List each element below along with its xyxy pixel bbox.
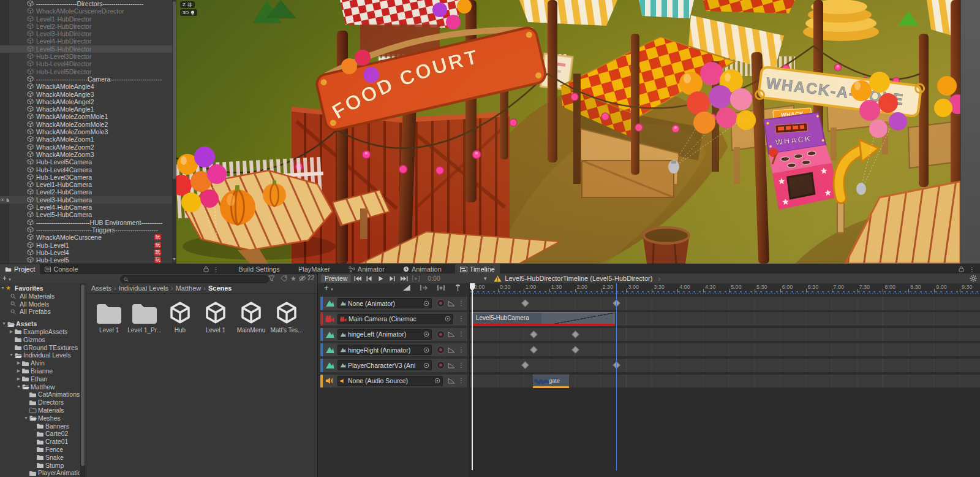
go-to-end-button[interactable] [398,275,410,283]
track-binding-field[interactable]: hingeRight (Animator) [337,345,432,355]
hierarchy-item[interactable]: Hub-Level5Camera [0,158,172,166]
mix-mode-icon[interactable] [402,284,410,291]
scene-gizmo-overlay[interactable]: Z [180,1,195,8]
tree-folder-exampleassets[interactable]: ▶ExampleAssets [0,328,80,336]
asset-scene-mainmenu[interactable]: MainMenu [233,297,269,334]
hierarchy-item[interactable]: Hub-Level5Director [0,68,172,75]
object-picker-icon[interactable] [423,347,429,353]
tree-folder-playeranimations[interactable]: PlayerAnimations [0,469,80,477]
visibility-eye-icon[interactable] [0,198,5,202]
tree-folder-crate01[interactable]: Crate01 [0,438,80,446]
cinemachine-shot-clip[interactable]: Level5-HubCamera [472,312,615,326]
object-picker-icon[interactable] [434,378,440,384]
track-binding-field[interactable]: None (Animator) [337,298,432,308]
tab-playmaker[interactable]: PlayMaker [293,264,335,274]
track-header-animation[interactable]: hingeRight (Animator)⋮ [320,343,467,357]
menu-kebab-icon[interactable]: ⋮ [213,266,219,273]
track-binding-field[interactable]: None (Audio Source) [337,376,443,386]
hierarchy-item[interactable]: Level1-HubDirector [0,15,172,23]
tree-folder-fence[interactable]: Fence [0,446,80,454]
object-picker-icon[interactable] [423,300,429,307]
hierarchy-separator-row[interactable]: ------------------------Camera----------… [0,75,172,83]
curves-icon[interactable] [448,300,455,307]
tree-folder-gizmos[interactable]: Gizmos [0,336,80,344]
hierarchy-item[interactable]: WhackAMoleAngle4 [0,83,172,90]
record-button[interactable] [437,346,445,354]
hierarchy-scrollbar[interactable] [172,0,176,264]
previous-frame-button[interactable] [363,275,375,283]
hierarchy-item[interactable]: WhackAMoleAngel2 [0,98,172,105]
tree-folder-snake[interactable]: Snake [0,454,80,462]
track-binding-field[interactable]: PlayerCharacterV3 (Ani [337,360,432,370]
asset-folder-level-1-pr-[interactable]: Level 1_Pr... [127,297,162,334]
play-range-button[interactable] [410,275,421,283]
tree-folder-ground-tesxtures[interactable]: GRound TEsxtures [0,344,80,352]
hierarchy-item[interactable]: Level5-HubDirector [0,45,172,53]
track-binding-field[interactable]: hingeLeft (Animator) [337,329,432,340]
go-to-start-button[interactable] [352,275,363,283]
breadcrumb[interactable]: Assets›Individual Levels›Matthew›Scenes [86,283,323,294]
track-binding-field[interactable]: Main Camera (Cinemac [337,314,453,324]
hierarchy-item[interactable]: WhackAMoleZoom3 [0,151,172,158]
breadcrumb-item[interactable]: Individual Levels [119,284,168,292]
hierarchy-item[interactable]: WhackAMoleZoomMole2 [0,121,172,128]
hierarchy-item[interactable]: WhackAMoleZoom1 [0,135,172,143]
tree-folder-ethan[interactable]: ▶Ethan [0,375,80,383]
track-lane-animation[interactable] [470,297,980,310]
record-button[interactable] [437,330,445,338]
record-button[interactable] [437,361,445,369]
lock-icon[interactable] [203,266,209,272]
hierarchy-item[interactable]: Hub-Level3Camera [0,174,172,181]
asset-folder-level-1[interactable]: Level 1 [91,297,127,334]
track-lane-animation[interactable] [470,359,980,372]
track-header-audio[interactable]: None (Audio Source)⋮ [320,375,467,388]
object-picker-icon[interactable] [423,362,429,368]
save-search-star-icon[interactable]: ★ [289,275,298,283]
hierarchy-separator-row[interactable]: -------------------Directors------------… [0,0,172,7]
timeline-options-dropdown[interactable]: ▼ [483,276,488,281]
hierarchy-item[interactable]: Level3-HubCamera [0,196,172,204]
breadcrumb-item[interactable]: Matthew [176,284,202,292]
create-asset-button[interactable]: + ▾ [2,274,11,284]
tree-folder-assets[interactable]: ▼Assets [0,320,80,328]
track-lane-cinemachine[interactable]: Level5-HubCamera [470,312,980,326]
preview-toggle-button[interactable]: Preview [320,274,352,283]
audio-clip[interactable]: gate [533,375,569,389]
keyframe-diamond[interactable] [530,346,538,354]
hierarchy-item[interactable]: Hub-Level5玩 [0,256,172,264]
favorites-header[interactable]: ▼★Favorites [0,284,80,292]
track-header-animation[interactable]: None (Animator)⋮ [320,297,467,310]
search-by-label-icon[interactable] [279,275,288,283]
next-frame-button[interactable] [386,275,398,283]
tree-scrollbar[interactable] [80,283,85,477]
time-field[interactable]: 0:00 [428,275,464,282]
object-picker-icon[interactable] [445,316,451,322]
replace-mode-icon[interactable] [437,284,445,291]
object-picker-icon[interactable] [423,331,429,337]
favorites-item[interactable]: All Prefabs [0,308,80,316]
hierarchy-item[interactable]: WhackAMoleZoomMole1 [0,113,172,120]
hierarchy-item[interactable]: Level5-HubCamera [0,211,172,218]
keyframe-diamond[interactable] [530,330,538,338]
curves-icon[interactable] [448,362,455,368]
track-menu-kebab-icon[interactable]: ⋮ [458,316,464,322]
asset-scene-level-1[interactable]: Level 1 [198,297,233,334]
tree-folder-matthew[interactable]: ▼Matthew [0,383,80,391]
tree-folder-individual-levels[interactable]: ▼Individual Levels [0,351,80,359]
hierarchy-separator-row[interactable]: --------------------------Triggers------… [0,226,172,234]
hierarchy-item[interactable]: WhackAMoleCurscene玩 [0,234,172,241]
track-header-animation[interactable]: PlayerCharacterV3 (Ani⋮ [320,359,467,372]
tree-folder-brianne[interactable]: ▶Brianne [0,367,80,375]
hierarchy-item[interactable]: Level4-HubDirector [0,37,172,45]
favorites-item[interactable]: All Models [0,300,80,308]
hierarchy-item[interactable]: Hub-Level4Director [0,60,172,67]
timeline-end-marker[interactable] [616,283,617,470]
tree-folder-banners[interactable]: Banners [0,422,80,430]
track-menu-kebab-icon[interactable]: ⋮ [458,347,464,353]
hierarchy-item[interactable]: Level2-HubDirector [0,23,172,30]
search-by-type-icon[interactable] [267,275,276,283]
add-track-button[interactable]: + ▾ [324,284,333,294]
scene-3d-toggle[interactable]: 3D [180,9,197,16]
timeline-clips-area[interactable]: 0:000:301:001:302:002:303:003:304:004:30… [469,283,980,477]
asset-scene-hub[interactable]: Hub [162,297,198,334]
